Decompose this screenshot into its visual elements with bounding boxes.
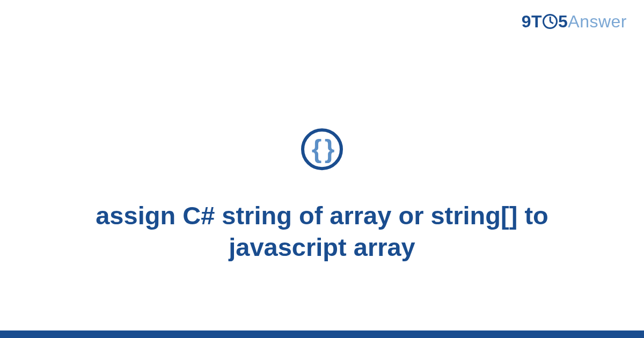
site-logo[interactable]: 9T5Answer (522, 12, 627, 32)
logo-text-answer: Answer (568, 12, 627, 31)
logo-text-5: 5 (558, 12, 568, 31)
question-title: assign C# string of array or string[] to… (80, 201, 564, 264)
main-content: { } assign C# string of array or string[… (0, 129, 644, 264)
logo-text-9t: 9T (522, 12, 542, 31)
braces-glyph: { } (312, 137, 333, 163)
topic-icon-wrap: { } (301, 129, 343, 171)
clock-icon (543, 14, 558, 29)
footer-accent-bar (0, 330, 644, 338)
code-braces-icon: { } (301, 129, 343, 171)
